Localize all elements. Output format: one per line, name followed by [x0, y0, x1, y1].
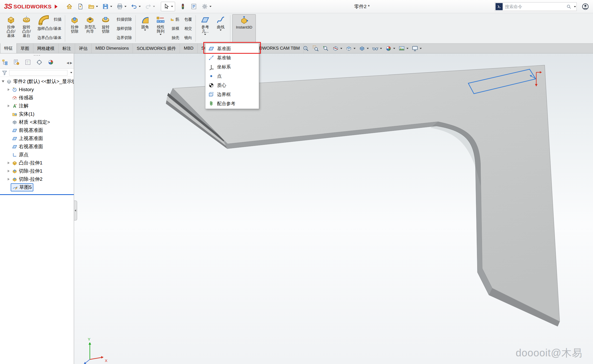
options-button[interactable] [200, 2, 213, 11]
section-view-caret-icon[interactable] [340, 48, 342, 49]
tree-item[interactable]: 注解 [0, 102, 74, 110]
ribbon-button-cut-revolve[interactable]: 旋转切除 [98, 14, 113, 43]
tree-item-body[interactable]: 零件2 (默认) <<默认>_显示状态 [5, 78, 74, 85]
apply-scene-button[interactable] [397, 45, 410, 52]
edit-appearance-button[interactable] [384, 45, 396, 52]
redo-button[interactable] [143, 2, 157, 11]
tab-评估[interactable]: 评估 [75, 44, 92, 53]
ribbon-button-mirror[interactable]: 镜向 [181, 33, 193, 42]
menu-item-边界框[interactable]: 边界框 [205, 90, 259, 99]
menu-item-配合参考[interactable]: 配合参考 [205, 99, 259, 108]
save-button[interactable] [100, 2, 114, 11]
menu-item-质心[interactable]: 质心 [205, 81, 259, 90]
tree-item-body[interactable]: 上视基准面 [11, 135, 44, 142]
featuremanager-tree-tab-button[interactable] [2, 59, 8, 67]
hide-show-items-caret-icon[interactable] [380, 48, 382, 49]
redo-caret-icon[interactable] [153, 6, 155, 7]
ribbon-button-loft[interactable]: 放样凸台/基体 [35, 24, 63, 33]
ribbon-button-intersect[interactable]: 相交 [181, 24, 193, 33]
print-button[interactable] [115, 2, 128, 11]
ribbon-button-rib[interactable]: 筋 [169, 15, 181, 24]
tree-item-body[interactable]: History [11, 87, 35, 93]
displaymanager-tab-button[interactable] [47, 59, 54, 67]
tree-item-body[interactable]: 注解 [11, 102, 30, 109]
ribbon-button-curve[interactable]: 曲线 [213, 14, 228, 43]
tree-item-body[interactable]: 切除-拉伸2 [11, 176, 44, 183]
ribbon-button-refgeo[interactable]: 参考几... [198, 14, 213, 43]
dimxpertmanager-tab-button[interactable] [36, 59, 43, 67]
part-3d-view[interactable]: Y X [74, 53, 593, 364]
menu-item-基准面[interactable]: 基准面 [205, 44, 259, 53]
command-search-box[interactable]: 搜索命令 [495, 2, 577, 11]
pattern-caret-icon[interactable] [160, 34, 162, 35]
pane-arrow[interactable]: ◀ [67, 61, 69, 65]
ribbon-button-wrap[interactable]: 包覆 [181, 15, 193, 24]
expand-arrow-icon[interactable] [7, 88, 11, 92]
tree-item[interactable]: 原点 [0, 151, 74, 159]
tree-item-body[interactable]: 材质 <未指定> [11, 119, 51, 126]
tree-item[interactable]: 切除-拉伸1 [0, 167, 74, 175]
save-caret-icon[interactable] [110, 6, 112, 7]
section-view-button[interactable] [331, 45, 343, 52]
options-caret-icon[interactable] [209, 6, 211, 7]
search-caret-icon[interactable] [574, 6, 576, 7]
tree-item[interactable]: 上视基准面 [0, 134, 74, 143]
pane-arrow[interactable]: ▶ [70, 61, 72, 65]
configurationmanager-tab-button[interactable] [24, 59, 31, 67]
ribbon-button-hole-wizard[interactable]: 异型孔向导 [83, 14, 97, 43]
panel-resize-grip[interactable] [0, 53, 74, 57]
ribbon-button-cut-extrude[interactable]: 拉伸切除 [67, 14, 82, 43]
view-settings-button[interactable] [411, 45, 423, 52]
tab-草图[interactable]: 草图 [17, 44, 33, 53]
search-scope-icon[interactable] [496, 3, 503, 10]
menu-item-坐标系[interactable]: 坐标系 [205, 62, 259, 72]
tree-item[interactable]: 前视基准面 [0, 126, 74, 134]
menu-item-基准轴[interactable]: 基准轴 [205, 53, 259, 62]
rollback-bar[interactable] [0, 194, 74, 195]
tree-item[interactable]: 切除-拉伸2 [0, 175, 74, 183]
ribbon-button-cut-boundary[interactable]: 边界切除 [114, 33, 133, 42]
apply-scene-caret-icon[interactable] [406, 48, 408, 49]
tree-item-body[interactable]: 凸台-拉伸1 [11, 159, 44, 166]
ribbon-button-instant3d[interactable]: Instant3D [232, 14, 256, 43]
ribbon-button-fillet[interactable]: 圆角 [138, 14, 152, 43]
interference-check-button[interactable] [178, 2, 188, 11]
open-caret-icon[interactable] [96, 6, 98, 7]
hide-show-items-button[interactable] [371, 45, 383, 52]
tree-item-body[interactable]: 切除-拉伸1 [11, 167, 44, 175]
display-style-button[interactable] [358, 45, 370, 52]
tab-SOLIDWORKS 插件[interactable]: SOLIDWORKS 插件 [133, 44, 180, 53]
ribbon-button-draft[interactable]: 拔模 [169, 24, 181, 33]
tree-item[interactable]: 草图5 [0, 183, 74, 191]
tab-MBD[interactable]: MBD [180, 44, 197, 53]
view-settings-caret-icon[interactable] [420, 48, 422, 49]
previous-view-button[interactable] [321, 45, 330, 52]
select-caret-icon[interactable] [171, 6, 173, 7]
tab-特征[interactable]: 特征 [0, 43, 17, 53]
filter-caret-icon[interactable] [70, 72, 72, 73]
expand-arrow-icon[interactable] [7, 177, 11, 181]
tree-item[interactable]: 右视基准面 [0, 143, 74, 151]
tree-item-body[interactable]: 前视基准面 [11, 127, 44, 134]
panel-splitter-handle[interactable] [74, 201, 77, 220]
undo-caret-icon[interactable] [139, 6, 141, 7]
account-icon[interactable] [581, 3, 589, 12]
expand-arrow-icon[interactable] [7, 104, 11, 108]
filter-icon[interactable] [2, 70, 8, 76]
tree-item-body[interactable]: 传感器 [11, 94, 34, 101]
display-style-caret-icon[interactable] [367, 48, 369, 49]
refgeo-caret-icon[interactable] [204, 34, 206, 35]
expand-arrow-icon[interactable] [7, 161, 11, 165]
ribbon-button-pattern[interactable]: 线性阵列 [153, 14, 168, 43]
open-button[interactable] [86, 2, 100, 11]
edit-appearance-caret-icon[interactable] [393, 48, 395, 49]
home-button[interactable] [64, 2, 75, 11]
zoom-to-fit-button[interactable] [301, 45, 310, 52]
zoom-to-area-button[interactable] [311, 45, 320, 52]
new-document-button[interactable] [75, 2, 86, 11]
tree-item-selected-body[interactable]: 草图5 [11, 183, 33, 191]
tree-item[interactable]: 零件2 (默认) <<默认>_显示状态 [0, 77, 74, 86]
ribbon-button-shell[interactable]: 抽壳 [169, 33, 181, 42]
tree-item[interactable]: 实体(1) [0, 110, 74, 118]
tree-item[interactable]: 材质 <未指定> [0, 118, 74, 126]
